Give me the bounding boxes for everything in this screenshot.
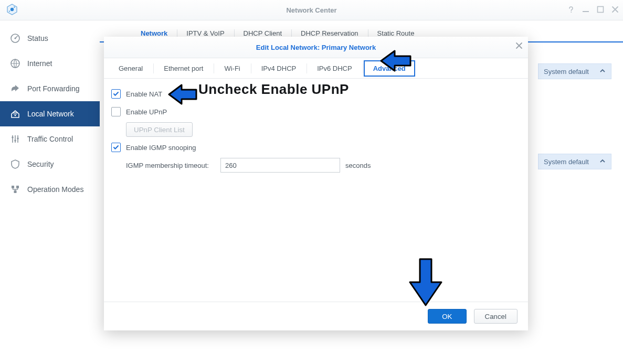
enable-upnp-checkbox[interactable] <box>111 107 121 116</box>
svg-rect-6 <box>598 6 604 12</box>
tab-label: Network <box>141 29 167 37</box>
dialog-header: Edit Local Network: Primary Network <box>104 37 528 58</box>
button-label: UPnP Client List <box>134 126 185 134</box>
dialog-tab-ethernet-port[interactable]: Ethernet port <box>154 60 213 77</box>
sidebar-item-label: Traffic Control <box>27 135 73 143</box>
svg-point-12 <box>14 140 16 142</box>
cancel-button[interactable]: Cancel <box>474 309 518 324</box>
tab-label: DHCP Client <box>244 29 282 37</box>
igmp-timeout-unit: seconds <box>345 162 371 169</box>
window-maximize-icon[interactable] <box>597 6 604 15</box>
dialog-tabs: General Ethernet port Wi-Fi IPv4 DHCP IP… <box>104 58 528 79</box>
nodes-icon <box>9 184 21 195</box>
tab-label: General <box>119 65 143 72</box>
dialog-tab-wifi[interactable]: Wi-Fi <box>215 60 249 77</box>
sidebar-item-label: Security <box>27 160 54 168</box>
enable-nat-checkbox[interactable] <box>111 89 121 99</box>
svg-point-8 <box>14 37 16 39</box>
app-icon <box>6 4 18 17</box>
sidebar-item-traffic-control[interactable]: Traffic Control <box>0 126 100 152</box>
chip-label: System default <box>544 158 589 166</box>
ok-button[interactable]: OK <box>428 309 466 324</box>
home-network-icon <box>9 109 21 119</box>
window-help-icon[interactable] <box>567 6 575 15</box>
dialog-title: Edit Local Network: Primary Network <box>256 44 376 51</box>
window-titlebar: Network Center <box>0 0 623 20</box>
svg-point-10 <box>15 115 16 116</box>
sidebar-item-internet[interactable]: Internet <box>0 51 100 76</box>
svg-rect-15 <box>16 186 19 188</box>
window-close-icon[interactable] <box>611 6 619 15</box>
dialog-tab-ipv6-dhcp[interactable]: IPv6 DHCP <box>308 60 361 77</box>
firewall-profile-chip[interactable]: System default <box>538 63 611 79</box>
tab-label: DHCP Reservation <box>301 29 358 37</box>
svg-point-11 <box>12 136 14 138</box>
dialog-tab-ipv4-dhcp[interactable]: IPv4 DHCP <box>252 60 305 77</box>
dialog-footer: OK Cancel <box>104 302 528 330</box>
sidebar-item-label: Operation Modes <box>27 185 83 194</box>
chevron-up-icon <box>599 68 606 76</box>
sidebar-item-label: Port Forwarding <box>27 84 80 93</box>
sidebar-item-label: Internet <box>27 59 52 68</box>
svg-point-1 <box>10 7 14 10</box>
sliders-icon <box>9 134 21 144</box>
tab-label: IPv4 DHCP <box>261 65 296 72</box>
edit-local-network-dialog: Edit Local Network: Primary Network Gene… <box>104 37 528 330</box>
dialog-tab-advanced[interactable]: Advanced <box>364 60 415 77</box>
tab-label: Ethernet port <box>164 65 203 72</box>
chip-label: System default <box>544 68 589 76</box>
svg-rect-16 <box>14 190 17 193</box>
sidebar-item-port-forwarding[interactable]: Port Forwarding <box>0 76 100 101</box>
chevron-up-icon <box>599 158 606 166</box>
enable-igmp-label: Enable IGMP snooping <box>126 144 196 152</box>
tab-label: IPTV & VoIP <box>186 29 224 37</box>
svg-rect-14 <box>12 186 14 188</box>
globe-icon <box>9 58 21 69</box>
dialog-tab-general[interactable]: General <box>109 60 152 77</box>
svg-rect-5 <box>583 11 589 12</box>
svg-point-2 <box>14 6 15 8</box>
button-label: OK <box>442 313 452 320</box>
close-icon[interactable] <box>515 42 523 51</box>
sidebar-item-local-network[interactable]: Local Network <box>0 101 100 126</box>
sidebar-item-label: Local Network <box>27 110 74 118</box>
firewall-profile-chip[interactable]: System default <box>538 154 611 169</box>
svg-point-4 <box>571 12 572 13</box>
igmp-timeout-input[interactable] <box>220 158 340 173</box>
enable-igmp-checkbox[interactable] <box>111 143 121 152</box>
sidebar-item-operation-modes[interactable]: Operation Modes <box>0 177 100 202</box>
upnp-client-list-button[interactable]: UPnP Client List <box>126 122 193 137</box>
svg-point-3 <box>9 10 10 12</box>
sidebar-item-label: Status <box>27 34 48 42</box>
tab-label: Wi-Fi <box>224 65 240 72</box>
forward-icon <box>9 83 21 94</box>
tab-label: IPv6 DHCP <box>317 65 352 72</box>
tab-label: Static Route <box>377 29 415 37</box>
igmp-timeout-label: IGMP membership timeout: <box>126 162 215 169</box>
enable-nat-label: Enable NAT <box>126 90 162 98</box>
enable-upnp-label: Enable UPnP <box>126 108 167 116</box>
dialog-body: Enable NAT Enable UPnP UPnP Client List … <box>104 79 528 302</box>
window-minimize-icon[interactable] <box>582 6 589 15</box>
sidebar-item-status[interactable]: Status <box>0 26 100 51</box>
button-label: Cancel <box>485 313 507 320</box>
window-title: Network Center <box>0 6 623 14</box>
shield-icon <box>9 159 21 169</box>
gauge-icon <box>9 33 21 44</box>
sidebar: Status Internet Port Forwarding Local Ne… <box>0 20 100 364</box>
sidebar-item-security[interactable]: Security <box>0 152 100 177</box>
tab-label: Advanced <box>373 65 406 72</box>
svg-point-13 <box>17 137 19 140</box>
